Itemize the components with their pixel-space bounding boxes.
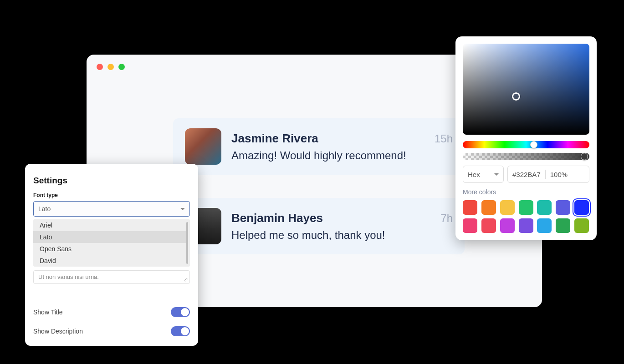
show-description-row: Show Description: [25, 322, 198, 341]
color-swatch[interactable]: [574, 200, 589, 215]
review-time: 7h: [440, 212, 453, 225]
settings-panel: Settings Font type Lato Ariel Lato Open …: [25, 164, 198, 346]
divider: [33, 296, 190, 296]
color-swatch[interactable]: [500, 200, 515, 215]
font-dropdown: Ariel Lato Open Sans David: [33, 219, 190, 267]
sv-cursor[interactable]: [512, 92, 520, 101]
selected-font: Lato: [38, 205, 51, 212]
review-time: 15h: [435, 132, 453, 145]
color-format-select[interactable]: Hex: [463, 166, 504, 183]
color-swatch[interactable]: [537, 200, 552, 215]
review-text: Amazing! Would highly recommend!: [231, 149, 453, 162]
review-body: Benjamin Hayes 7h Helped me so much, tha…: [231, 211, 453, 242]
alpha-thumb[interactable]: [581, 153, 588, 160]
hex-value: #322BA7: [512, 171, 541, 178]
hue-thumb[interactable]: [530, 141, 537, 148]
show-description-toggle[interactable]: [171, 326, 190, 336]
color-swatch[interactable]: [556, 218, 570, 233]
opacity-value: 100%: [550, 171, 568, 178]
font-type-label: Font type: [25, 192, 198, 201]
settings-title: Settings: [25, 173, 198, 192]
color-swatch[interactable]: [537, 218, 552, 233]
show-title-row: Show Title: [25, 303, 198, 322]
show-title-label: Show Title: [33, 308, 63, 316]
hex-input[interactable]: #322BA7 100%: [507, 166, 589, 183]
color-swatch[interactable]: [481, 200, 496, 215]
reviewer-name: Benjamin Hayes: [231, 211, 323, 225]
color-picker-panel: Hex #322BA7 100% More colors: [455, 36, 597, 240]
color-inputs: Hex #322BA7 100%: [463, 166, 589, 183]
avatar: [185, 128, 221, 165]
font-option-ariel[interactable]: Ariel: [33, 219, 186, 231]
description-textarea[interactable]: Ut non varius nisi urna.: [33, 270, 190, 284]
saturation-value-area[interactable]: [463, 44, 589, 135]
separator: [545, 170, 546, 179]
maximize-icon[interactable]: [118, 64, 125, 70]
font-type-select[interactable]: Lato: [33, 201, 190, 217]
swatch-grid: [463, 200, 589, 233]
color-swatch[interactable]: [481, 218, 496, 233]
show-title-toggle[interactable]: [171, 307, 190, 317]
close-icon[interactable]: [97, 64, 103, 70]
review-text: Helped me so much, thank you!: [231, 229, 453, 242]
more-colors-label: More colors: [463, 188, 589, 196]
color-swatch[interactable]: [500, 218, 515, 233]
color-swatch[interactable]: [556, 200, 570, 215]
font-option-opensans[interactable]: Open Sans: [33, 243, 186, 255]
textarea-placeholder: Ut non varius nisi urna.: [38, 273, 99, 280]
color-format-value: Hex: [468, 171, 480, 178]
color-swatch[interactable]: [519, 200, 533, 215]
chevron-down-icon: [180, 208, 185, 210]
alpha-slider[interactable]: [463, 153, 589, 160]
color-swatch[interactable]: [519, 218, 533, 233]
review-card: Jasmine Rivera 15h Amazing! Would highly…: [173, 118, 465, 175]
font-option-david[interactable]: David: [33, 255, 186, 267]
font-option-lato[interactable]: Lato: [33, 231, 186, 243]
color-swatch[interactable]: [463, 200, 477, 215]
hue-slider[interactable]: [463, 141, 589, 148]
color-swatch[interactable]: [574, 218, 589, 233]
review-body: Jasmine Rivera 15h Amazing! Would highly…: [231, 131, 453, 162]
show-description-label: Show Description: [33, 328, 83, 335]
chevron-down-icon: [494, 173, 499, 176]
traffic-lights: [97, 64, 125, 70]
color-swatch[interactable]: [463, 218, 477, 233]
reviewer-name: Jasmine Rivera: [231, 131, 318, 146]
review-card: Benjamin Hayes 7h Helped me so much, tha…: [173, 198, 465, 254]
minimize-icon[interactable]: [107, 64, 114, 70]
